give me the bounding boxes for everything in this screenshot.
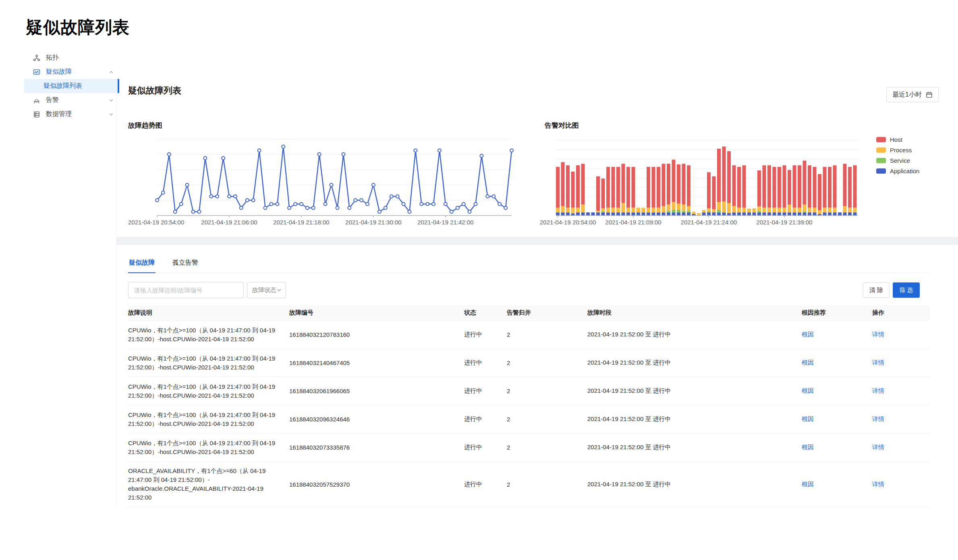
chevron-down-icon <box>109 112 114 117</box>
fault-period-cell: 2021-04-19 21:52:00 至 进行中 <box>587 481 802 488</box>
time-range-label: 最近1小时 <box>892 91 922 99</box>
operation-cell: 详情 <box>872 481 930 488</box>
fault-description-cell: ORACLE_AVAILABILITY，有1个点>=60（从 04-19 21:… <box>128 467 289 502</box>
legend-label: Application <box>890 168 919 174</box>
search-input[interactable] <box>128 282 244 298</box>
legend-item: Application <box>876 168 919 174</box>
root-cause-cell: 根因 <box>802 359 872 367</box>
table-row: CPUWio，有1个点>=100（从 04-19 21:47:00 到 04-1… <box>128 377 930 405</box>
svg-text:2021-04-19 21:42:00: 2021-04-19 21:42:00 <box>417 219 473 226</box>
legend-swatch <box>876 168 886 174</box>
chevron-down-icon <box>277 288 282 292</box>
status-cell: 进行中 <box>464 444 507 451</box>
svg-text:2021-04-19 21:06:00: 2021-04-19 21:06:00 <box>201 219 257 226</box>
status-cell: 进行中 <box>464 331 507 338</box>
detail-link[interactable]: 详情 <box>872 331 884 338</box>
topology-icon <box>33 54 40 62</box>
alert-compare-bar-chart: 2021-04-19 20:54:002021-04-19 21:09:0020… <box>540 130 866 228</box>
table-row: CPUWio，有1个点>=100（从 04-19 21:47:00 到 04-1… <box>128 349 930 377</box>
tab-1[interactable]: 孤立告警 <box>172 256 199 273</box>
detail-link[interactable]: 详情 <box>872 359 884 366</box>
sidebar-item-topology[interactable]: 拓扑 <box>24 51 119 65</box>
legend-swatch <box>876 158 886 163</box>
legend-label: Service <box>890 157 910 164</box>
legend-item: Host <box>876 136 919 143</box>
chevron-down-icon <box>109 98 114 103</box>
svg-text:2021-04-19 20:54:00: 2021-04-19 20:54:00 <box>128 219 184 226</box>
root-cause-cell: 根因 <box>802 387 872 395</box>
table-row: CPUWio，有1个点>=100（从 04-19 21:47:00 到 04-1… <box>128 321 930 349</box>
sidebar-item-label: 告警 <box>46 96 109 104</box>
detail-link[interactable]: 详情 <box>872 481 884 487</box>
root-cause-link[interactable]: 根因 <box>802 387 814 394</box>
sidebar-item-data-management[interactable]: 数据管理 <box>24 107 119 121</box>
fault-period-cell: 2021-04-19 21:52:00 至 进行中 <box>587 331 802 338</box>
sidebar-item-suspected-fault[interactable]: 疑似故障 <box>24 65 119 79</box>
legend-label: Process <box>890 147 912 153</box>
root-cause-cell: 根因 <box>802 415 872 423</box>
table-row: CPUWio，有1个点>=100（从 04-19 21:47:00 到 04-1… <box>128 405 930 433</box>
status-cell: 进行中 <box>464 481 507 488</box>
table-header-cell: 状态 <box>464 309 507 317</box>
sidebar-subitem[interactable]: 疑似故障列表 <box>24 79 119 93</box>
root-cause-link[interactable]: 根因 <box>802 481 814 487</box>
fault-trend-line-chart: 2021-04-19 20:54:002021-04-19 21:06:0020… <box>128 130 523 228</box>
root-cause-link[interactable]: 根因 <box>802 331 814 338</box>
time-range-button[interactable]: 最近1小时 <box>886 87 939 102</box>
root-cause-link[interactable]: 根因 <box>802 415 814 422</box>
monitor-icon <box>33 68 40 76</box>
detail-link[interactable]: 详情 <box>872 444 884 450</box>
page-title: 疑似故障列表 <box>26 16 130 39</box>
fault-id-cell: 161884032073335876 <box>289 444 464 451</box>
operation-cell: 详情 <box>872 444 930 451</box>
fault-period-cell: 2021-04-19 21:52:00 至 进行中 <box>587 415 802 423</box>
fault-period-cell: 2021-04-19 21:52:00 至 进行中 <box>587 444 802 451</box>
detail-link[interactable]: 详情 <box>872 415 884 422</box>
status-cell: 进行中 <box>464 387 507 395</box>
root-cause-cell: 根因 <box>802 444 872 451</box>
legend-swatch <box>876 147 886 153</box>
table-row: ORACLE_AVAILABILITY，有1个点>=60（从 04-19 21:… <box>128 462 930 507</box>
svg-text:2021-04-19 20:54:00: 2021-04-19 20:54:00 <box>540 219 596 226</box>
table-header-cell: 故障编号 <box>289 309 464 317</box>
filter-button[interactable]: 筛 选 <box>893 282 920 298</box>
sidebar-item-label: 疑似故障 <box>46 68 109 76</box>
status-select-label: 故障状态 <box>252 286 276 294</box>
table-header-cell: 故障时段 <box>587 309 802 317</box>
tab-bar: 疑似故障孤立告警 <box>128 256 930 273</box>
status-select[interactable]: 故障状态 <box>247 282 286 298</box>
detail-link[interactable]: 详情 <box>872 387 884 394</box>
sidebar-content-divider <box>116 79 116 506</box>
chevron-up-icon <box>109 70 114 75</box>
fault-id-cell: 161884032120783160 <box>289 331 464 338</box>
status-cell: 进行中 <box>464 415 507 423</box>
root-cause-cell: 根因 <box>802 481 872 488</box>
sidebar-item-alerts[interactable]: 告警 <box>24 93 119 107</box>
svg-text:2021-04-19 21:30:00: 2021-04-19 21:30:00 <box>345 219 401 226</box>
trend-chart-title: 故障趋势图 <box>128 121 162 130</box>
merged-alerts-cell: 2 <box>507 331 587 338</box>
bell-icon <box>33 97 40 104</box>
sidebar-item-label: 数据管理 <box>46 110 109 118</box>
operation-cell: 详情 <box>872 415 930 423</box>
tab-0[interactable]: 疑似故障 <box>128 256 156 273</box>
root-cause-link[interactable]: 根因 <box>802 444 814 450</box>
sidebar: 拓扑疑似故障疑似故障列表告警数据管理 <box>24 51 119 121</box>
fault-table: 故障说明故障编号状态告警归并故障时段根因推荐操作CPUWio，有1个点>=100… <box>128 305 930 507</box>
operation-cell: 详情 <box>872 359 930 367</box>
section-divider-band <box>116 237 958 245</box>
merged-alerts-cell: 2 <box>507 481 587 488</box>
chart-legend: HostProcessServiceApplication <box>876 136 919 174</box>
root-cause-link[interactable]: 根因 <box>802 359 814 366</box>
calendar-icon <box>926 91 933 98</box>
database-icon <box>33 111 40 118</box>
svg-text:2021-04-19 21:18:00: 2021-04-19 21:18:00 <box>273 219 329 226</box>
status-cell: 进行中 <box>464 359 507 367</box>
table-header-cell: 根因推荐 <box>802 309 872 317</box>
table-row: CPUWio，有1个点>=100（从 04-19 21:47:00 到 04-1… <box>128 433 930 462</box>
clear-button[interactable]: 清 除 <box>863 282 890 298</box>
fault-description-cell: CPUWio，有1个点>=100（从 04-19 21:47:00 到 04-1… <box>128 354 289 372</box>
fault-description-cell: CPUWio，有1个点>=100（从 04-19 21:47:00 到 04-1… <box>128 326 289 344</box>
svg-text:2021-04-19 21:39:00: 2021-04-19 21:39:00 <box>756 219 812 226</box>
svg-text:2021-04-19 21:09:00: 2021-04-19 21:09:00 <box>605 219 661 226</box>
